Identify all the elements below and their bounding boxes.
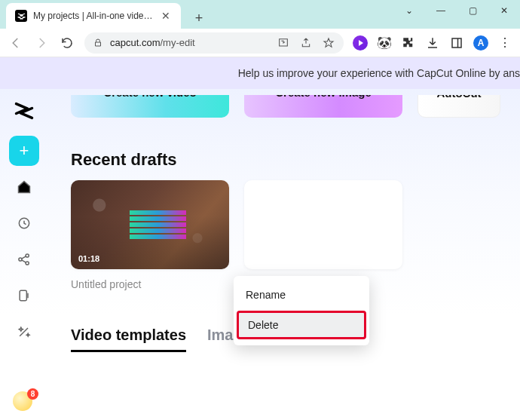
autocut-card[interactable]: AutoCut [418,95,500,118]
window-maximize-icon[interactable]: ▢ [457,0,488,21]
draft-name: Untitled project [71,278,229,290]
close-tab-icon[interactable]: ✕ [160,10,172,22]
profile-avatar[interactable]: A [473,35,488,51]
sidebar-home-button[interactable] [9,172,39,202]
window-dropdown-icon[interactable]: ⌄ [393,0,425,21]
create-video-card[interactable]: Create new video [71,95,229,118]
browser-menu-icon[interactable]: ⋮ [497,35,512,51]
tab-title: My projects | All-in-one video ed [33,11,154,21]
url-path: /my-edit [160,37,194,48]
browser-tab[interactable]: My projects | All-in-one video ed ✕ [6,3,181,29]
sidepanel-icon[interactable] [449,35,464,51]
downloads-icon[interactable] [425,35,440,51]
extension-panda-icon[interactable]: 🐼 [377,35,392,51]
draft-context-menu: Rename Delete [234,276,369,345]
window-close-icon[interactable]: ✕ [488,0,520,21]
notification-count: 8 [27,388,38,400]
draft-thumbnail[interactable] [244,180,402,269]
reload-button[interactable] [59,35,75,51]
extensions-puzzle-icon[interactable] [401,35,416,51]
sidebar: + 8 [0,89,48,420]
notification-badge[interactable]: 8 [13,391,35,414]
forward-button[interactable] [33,35,50,51]
promo-banner-text: Help us improve your experience with Cap… [238,67,520,79]
create-image-card[interactable]: Create new image [244,95,402,118]
share-icon[interactable] [300,37,312,49]
capcut-logo-icon[interactable] [13,100,35,122]
draft-item[interactable]: 01:18 Untitled project [71,180,229,290]
draft-item[interactable]: Untitled project [244,180,402,290]
install-app-icon[interactable] [277,37,289,49]
sidebar-magic-button[interactable] [9,317,39,347]
sidebar-recent-button[interactable] [9,208,39,238]
sidebar-device-button[interactable] [9,281,39,311]
lock-icon [93,38,102,48]
new-project-button[interactable]: + [9,136,39,166]
browser-toolbar: capcut.com/my-edit 🐼 A ⋮ [0,29,520,57]
window-minimize-icon[interactable]: — [425,0,457,21]
url-bar[interactable]: capcut.com/my-edit [84,32,344,54]
back-button[interactable] [8,35,24,51]
promo-banner: Help us improve your experience with Cap… [0,57,520,89]
draft-thumbnail[interactable]: 01:18 [71,180,229,269]
main-content: Create new video Create new image AutoCu… [48,89,520,420]
extension-play-icon[interactable] [353,35,368,51]
capcut-favicon-icon [15,10,27,22]
browser-titlebar: My projects | All-in-one video ed ✕ + ⌄ … [0,0,520,29]
bookmark-star-icon[interactable] [323,37,335,49]
context-rename[interactable]: Rename [234,281,369,309]
new-tab-button[interactable]: + [188,8,210,29]
url-host: capcut.com [110,37,160,48]
draft-duration: 01:18 [78,254,99,263]
context-delete[interactable]: Delete [237,311,366,339]
sidebar-share-button[interactable] [9,244,39,274]
tab-video-templates[interactable]: Video templates [71,326,186,352]
recent-drafts-heading: Recent drafts [71,150,505,170]
svg-rect-4 [20,290,26,300]
